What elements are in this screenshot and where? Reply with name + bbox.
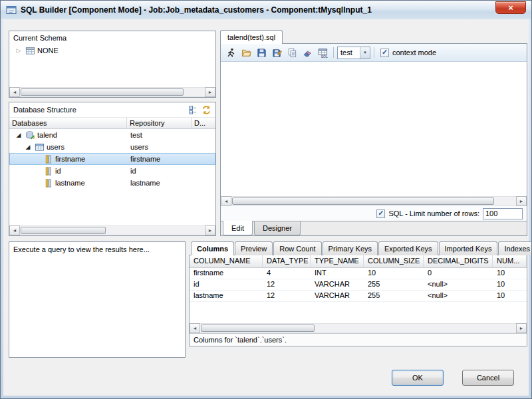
- scroll-left-button[interactable]: ◄: [190, 323, 200, 333]
- database-structure-hscrollbar[interactable]: ◄ ►: [9, 225, 215, 235]
- limit-rows-input[interactable]: [483, 208, 523, 219]
- column-header-databases[interactable]: Databases: [9, 118, 127, 128]
- tree-item-repository: users: [127, 143, 192, 151]
- scrollbar-thumb[interactable]: [21, 227, 106, 234]
- tree-item-label: NONE: [37, 47, 59, 55]
- tab-sql-file[interactable]: talend(test).sql: [220, 30, 283, 44]
- check-icon: ✓: [378, 209, 384, 217]
- titlebar[interactable]: SQL Builder [Component Mode] - Job:Job_m…: [1, 1, 531, 19]
- tree-row-firstname[interactable]: firstname firstname: [9, 153, 215, 165]
- table-cell: id: [190, 279, 263, 290]
- table-header-cell[interactable]: TYPE_NAME: [311, 255, 364, 267]
- scroll-right-button[interactable]: ►: [205, 87, 215, 97]
- sql-template-button[interactable]: SQL: [315, 45, 330, 60]
- toolbar-separator: [374, 47, 374, 58]
- tab-designer[interactable]: Designer: [254, 221, 301, 235]
- table-cell: 255: [364, 291, 424, 301]
- tab-preview[interactable]: Preview: [235, 241, 273, 255]
- editor-tab-row: talend(test).sql: [220, 30, 527, 44]
- scroll-left-button[interactable]: ◄: [9, 225, 20, 235]
- scroll-right-icon: ►: [519, 326, 524, 331]
- table-row[interactable]: id 12 VARCHAR 255 <null> 10: [190, 279, 527, 291]
- limit-rows-checkbox[interactable]: ✓: [376, 209, 385, 218]
- context-mode-checkbox[interactable]: ✓ context mode: [378, 49, 439, 57]
- scrollbar-track[interactable]: [20, 87, 205, 97]
- schema-icon: [25, 45, 35, 56]
- clear-query-button[interactable]: [300, 45, 315, 60]
- database-connection-icon: [25, 130, 35, 140]
- tab-edit[interactable]: Edit: [223, 221, 253, 235]
- expand-arrow-icon[interactable]: ◢: [15, 132, 23, 138]
- open-file-button[interactable]: [239, 45, 253, 60]
- scroll-right-icon: ►: [208, 90, 213, 94]
- tree-row-lastname[interactable]: lastname lastname: [9, 177, 215, 189]
- scroll-right-button[interactable]: ►: [516, 196, 527, 206]
- tab-imported-keys[interactable]: Imported Keys: [439, 241, 498, 255]
- cancel-button[interactable]: Cancel: [462, 370, 514, 386]
- table-header-cell[interactable]: NUM...: [493, 255, 527, 267]
- table-header-row: COLUMN_NAME DATA_TYPE TYPE_NAME COLUMN_S…: [190, 255, 527, 268]
- tab-row-count[interactable]: Row Count: [273, 241, 321, 255]
- scrollbar-thumb[interactable]: [21, 88, 184, 96]
- run-query-icon: [226, 48, 236, 58]
- sql-editor-textarea[interactable]: [221, 62, 527, 196]
- scroll-right-button[interactable]: ►: [516, 323, 527, 333]
- tab-indexes[interactable]: Indexes: [498, 241, 532, 255]
- scroll-right-button[interactable]: ►: [205, 225, 215, 235]
- combo-value: test: [338, 47, 360, 59]
- close-button[interactable]: ×: [495, 1, 526, 14]
- context-mode-label: context mode: [392, 49, 436, 57]
- table-cell: 255: [364, 279, 424, 290]
- table-row[interactable]: lastname 12 VARCHAR 255 <null> 10: [190, 291, 527, 302]
- tree-row-id[interactable]: id id: [9, 165, 215, 177]
- table-header-cell[interactable]: COLUMN_SIZE: [364, 255, 424, 267]
- tree-item-none[interactable]: ▷ NONE: [9, 45, 215, 57]
- table-header-cell[interactable]: DATA_TYPE: [263, 255, 311, 267]
- tab-exported-keys[interactable]: Exported Keys: [378, 241, 438, 255]
- table-cell: 10: [493, 268, 527, 279]
- tree-row-talend[interactable]: ◢ talend test: [9, 129, 215, 141]
- combo-dropdown-button[interactable]: ▼: [360, 47, 370, 59]
- context-mode-checkbox-box[interactable]: ✓: [380, 49, 389, 57]
- collapse-all-button[interactable]: [186, 103, 200, 116]
- table-cell: 10: [493, 291, 527, 301]
- copy-query-button[interactable]: [285, 45, 299, 60]
- scrollbar-track[interactable]: [200, 323, 516, 333]
- context-combo[interactable]: test ▼: [337, 47, 370, 59]
- detail-hscrollbar[interactable]: ◄ ►: [190, 323, 527, 333]
- current-schema-hscrollbar[interactable]: ◄ ►: [9, 87, 215, 97]
- tab-label: Primary Keys: [329, 245, 372, 253]
- scrollbar-thumb[interactable]: [201, 325, 315, 332]
- scrollbar-thumb[interactable]: [232, 198, 494, 205]
- open-file-icon: [241, 48, 251, 58]
- tab-primary-keys[interactable]: Primary Keys: [323, 241, 378, 255]
- column-header-repository[interactable]: Repository: [127, 118, 192, 128]
- table-cell: 10: [493, 279, 527, 290]
- refresh-button[interactable]: [200, 103, 213, 116]
- tree-row-users[interactable]: ◢ users users: [9, 141, 215, 153]
- svg-text:SQL: SQL: [321, 54, 327, 57]
- run-query-button[interactable]: [223, 45, 238, 60]
- column-header-dbtype[interactable]: D...: [192, 118, 215, 128]
- tree-item-label: id: [55, 167, 61, 175]
- ok-button[interactable]: OK: [392, 370, 444, 386]
- table-cell: <null>: [424, 291, 493, 301]
- expand-arrow-icon[interactable]: ▷: [15, 48, 23, 54]
- scrollbar-track[interactable]: [20, 225, 205, 235]
- tree-item-repository: id: [127, 167, 192, 175]
- table-row[interactable]: firstname 4 INT 10 0 10: [190, 268, 527, 279]
- scroll-left-button[interactable]: ◄: [9, 87, 20, 97]
- editor-hscrollbar[interactable]: ◄ ►: [221, 196, 527, 206]
- editor-mode-tabs: Edit Designer: [221, 221, 527, 235]
- table-empty-area: [190, 302, 527, 323]
- scrollbar-track[interactable]: [231, 196, 516, 206]
- save-button[interactable]: [254, 45, 269, 60]
- expand-arrow-icon[interactable]: ◢: [24, 144, 32, 150]
- dialog-body: Current Schema ▷ NONE ◄ ► Database Struc…: [3, 19, 529, 396]
- table-header-cell[interactable]: COLUMN_NAME: [190, 255, 263, 267]
- table-header-cell[interactable]: DECIMAL_DIGITS: [424, 255, 493, 267]
- scroll-left-button[interactable]: ◄: [221, 196, 231, 206]
- sql-editor-panel: talend(test).sql: [220, 30, 527, 236]
- save-as-button[interactable]: [269, 45, 284, 60]
- tab-columns[interactable]: Columns: [191, 241, 234, 255]
